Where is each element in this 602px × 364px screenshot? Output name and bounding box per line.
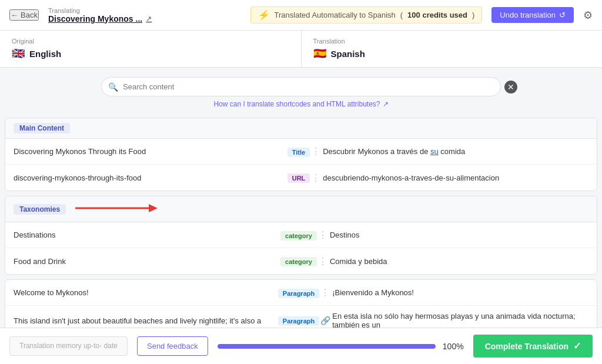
language-bar: Original 🇬🇧 English Translation 🇪🇸 Spani… — [0, 31, 602, 68]
row-divider: ⋮ — [310, 146, 315, 157]
complete-label: Complete Translation — [485, 342, 568, 351]
type-badge-paragraph-welcome: Paragraph — [278, 288, 319, 298]
table-row: Food and Drink category ⋮ Comida y bebid… — [5, 248, 597, 274]
table-row: Welcome to Mykonos! Paragraph ⋮ ¡Bienven… — [5, 280, 597, 306]
refresh-icon: ↺ — [559, 11, 566, 19]
original-food-drink: Food and Drink — [5, 251, 280, 272]
row-divider: ⋮ — [319, 287, 324, 298]
external-link-icon: ↗ — [146, 15, 152, 23]
help-link-text: How can I translate shortcodes and HTML … — [213, 100, 380, 108]
progress-bar — [218, 344, 436, 349]
original-url: discovering-mykonos-through-its-food — [5, 168, 287, 188]
progress-bar-fill — [218, 344, 436, 349]
main-content-badge: Main Content — [14, 123, 70, 133]
complete-translation-button[interactable]: Complete Translation ✓ — [473, 335, 593, 358]
svg-marker-1 — [149, 204, 158, 212]
translated-title: Descubrir Mykonos a través de su comida — [315, 141, 597, 162]
type-badge-category-destinations: category — [280, 231, 317, 240]
taxonomies-card: Taxonomies Destinations category ⋮ Desti… — [5, 196, 597, 275]
back-label: Back — [21, 11, 38, 19]
original-label: Original — [12, 38, 289, 45]
gear-icon: ⚙ — [583, 9, 593, 21]
spanish-language: 🇪🇸 Spanish — [313, 47, 591, 60]
type-badge-paragraph-island: Paragraph — [278, 316, 319, 325]
translation-language-panel: Translation 🇪🇸 Spanish — [301, 31, 603, 67]
original-language-panel: Original 🇬🇧 English — [0, 31, 301, 67]
english-language: 🇬🇧 English — [12, 47, 289, 60]
taxonomies-header: Taxonomies — [5, 196, 597, 222]
undo-label: Undo translation — [500, 11, 556, 19]
send-feedback-button[interactable]: Send feedback — [137, 336, 208, 356]
spanish-name: Spanish — [331, 49, 365, 59]
search-wrapper: 🔍 ✕ — [101, 77, 501, 96]
table-row: Discovering Mykonos Through its Food Tit… — [5, 139, 597, 165]
red-arrow-icon — [75, 201, 158, 217]
checkmark-icon: ✓ — [573, 340, 581, 352]
external-link-icon: ↗ — [383, 100, 389, 108]
row-divider: ⋮ — [310, 172, 315, 183]
credits-text: 100 credits used — [407, 11, 467, 19]
header-title-group: Translating Discovering Mykonos ... ↗ — [48, 7, 152, 24]
type-badge-category-food: category — [280, 256, 317, 266]
type-badge-title: Title — [287, 147, 310, 156]
taxonomies-badge: Taxonomies — [14, 204, 66, 215]
main-content-card: Main Content Discovering Mykonos Through… — [5, 118, 597, 191]
highlight-su: su — [430, 147, 439, 156]
help-link[interactable]: How can I translate shortcodes and HTML … — [213, 100, 388, 108]
search-clear-button[interactable]: ✕ — [504, 81, 517, 93]
auto-translated-text: Translated Automatically to Spanish — [275, 11, 396, 19]
translated-destinations: Destinos — [322, 225, 597, 245]
undo-translation-button[interactable]: Undo translation ↺ — [491, 7, 574, 23]
row-divider: ⋮ — [317, 229, 322, 241]
table-row: Destinations category ⋮ Destinos — [5, 222, 597, 248]
main-content-header: Main Content — [5, 118, 597, 139]
progress-area: 100% — [218, 342, 464, 351]
row-divider: ⋮ — [317, 256, 322, 267]
search-input[interactable] — [101, 77, 501, 96]
content-inner: Main Content Discovering Mykonos Through… — [5, 118, 597, 336]
translation-memory-button: Translation memory up-to- date — [9, 336, 128, 356]
type-badge-url: URL — [287, 173, 310, 182]
original-welcome: Welcome to Mykonos! — [5, 282, 278, 303]
settings-button[interactable]: ⚙ — [583, 9, 593, 22]
content-wrapper[interactable]: Main Content Discovering Mykonos Through… — [0, 113, 602, 364]
footer: Translation memory up-to- date Send feed… — [0, 328, 602, 364]
app-header: ← Back Translating Discovering Mykonos .… — [0, 0, 602, 31]
translated-food-drink: Comida y bebida — [322, 251, 597, 272]
auto-translated-banner: ⚡ Translated Automatically to Spanish (1… — [250, 6, 483, 24]
translation-label: Translation — [313, 38, 591, 45]
back-button[interactable]: ← Back — [9, 9, 39, 21]
translated-url: descubriendo-mykonos-a-traves-de-su-alim… — [315, 168, 597, 188]
trans-memory-line2: date — [104, 342, 118, 350]
spanish-flag: 🇪🇸 — [313, 47, 326, 60]
trans-memory-line1: Translation memory up-to- — [19, 342, 102, 350]
english-flag: 🇬🇧 — [12, 47, 25, 60]
progress-percentage: 100% — [443, 342, 464, 351]
translating-label: Translating — [48, 7, 152, 14]
table-row: discovering-mykonos-through-its-food URL… — [5, 165, 597, 191]
english-name: English — [29, 49, 61, 59]
bolt-icon: ⚡ — [258, 9, 270, 21]
back-arrow-icon: ← — [11, 11, 18, 19]
original-destinations: Destinations — [5, 225, 280, 245]
translated-welcome: ¡Bienvenido a Mykonos! — [324, 282, 597, 303]
document-title[interactable]: Discovering Mykonos ... ↗ — [48, 14, 152, 24]
original-title: Discovering Mykonos Through its Food — [5, 141, 287, 162]
doc-title-text: Discovering Mykonos ... — [48, 14, 142, 24]
search-icon: 🔍 — [108, 82, 118, 92]
search-area: 🔍 ✕ How can I translate shortcodes and H… — [0, 68, 602, 113]
row-divider: 🔗 — [319, 315, 324, 326]
